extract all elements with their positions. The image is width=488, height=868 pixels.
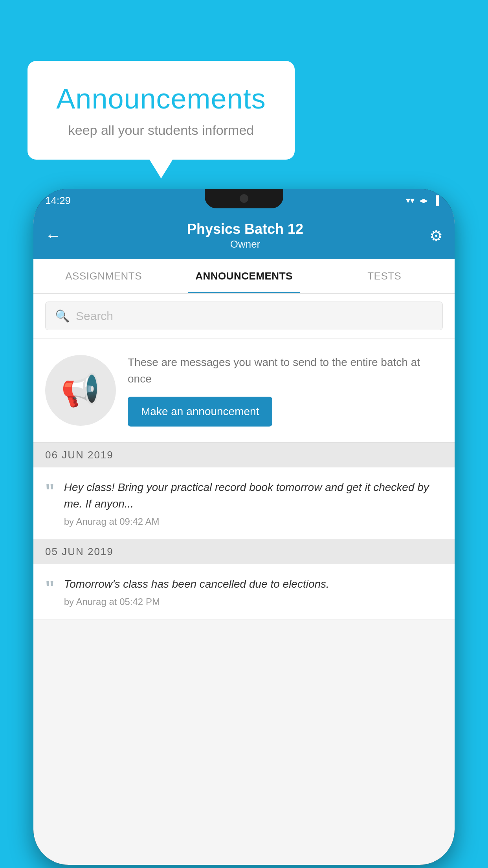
phone-container: 14:29 ▾▾ ◂▸ ▐ ← Physics Batch 12 Owner ⚙… (33, 189, 455, 865)
settings-gear-icon[interactable]: ⚙ (429, 227, 443, 245)
search-container: 🔍 Search (33, 294, 455, 338)
announcement-content-2: Tomorrow's class has been cancelled due … (64, 576, 443, 607)
phone-frame: 14:29 ▾▾ ◂▸ ▐ ← Physics Batch 12 Owner ⚙… (33, 189, 455, 865)
announcement-content-1: Hey class! Bring your practical record b… (64, 479, 443, 527)
announcement-text-1: Hey class! Bring your practical record b… (64, 479, 443, 512)
announcement-text-2: Tomorrow's class has been cancelled due … (64, 576, 443, 592)
make-announcement-button[interactable]: Make an announcement (128, 397, 272, 427)
megaphone-circle: 📢 (45, 355, 116, 426)
status-time: 14:29 (45, 195, 71, 207)
front-camera (240, 194, 248, 203)
screen: ← Physics Batch 12 Owner ⚙ ASSIGNMENTS A… (33, 212, 455, 865)
date-header-2: 05 JUN 2019 (33, 539, 455, 564)
speech-bubble: Announcements keep all your students inf… (28, 61, 295, 160)
header-title-group: Physics Batch 12 Owner (187, 221, 303, 250)
status-icons: ▾▾ ◂▸ ▐ (406, 195, 439, 206)
back-button[interactable]: ← (45, 227, 61, 245)
cta-right: These are messages you want to send to t… (128, 354, 443, 427)
date-header-1: 06 JUN 2019 (33, 443, 455, 467)
cta-description: These are messages you want to send to t… (128, 354, 443, 387)
tab-tests[interactable]: TESTS (314, 259, 455, 293)
owner-label: Owner (187, 238, 303, 250)
bubble-title: Announcements (51, 83, 271, 115)
app-header: ← Physics Batch 12 Owner ⚙ (33, 212, 455, 259)
speech-bubble-container: Announcements keep all your students inf… (28, 61, 295, 160)
cta-section: 📢 These are messages you want to send to… (33, 338, 455, 443)
tabs-bar: ASSIGNMENTS ANNOUNCEMENTS TESTS (33, 259, 455, 294)
announcement-meta-2: by Anurag at 05:42 PM (64, 596, 443, 607)
signal-icon: ◂▸ (419, 195, 428, 206)
tab-announcements[interactable]: ANNOUNCEMENTS (174, 259, 314, 293)
announcement-item-1: " Hey class! Bring your practical record… (33, 467, 455, 539)
battery-icon: ▐ (433, 195, 439, 206)
batch-title: Physics Batch 12 (187, 221, 303, 237)
wifi-icon: ▾▾ (406, 195, 415, 206)
quote-icon-2: " (45, 578, 55, 598)
tab-assignments[interactable]: ASSIGNMENTS (33, 259, 174, 293)
quote-icon-1: " (45, 482, 55, 501)
search-input[interactable]: Search (76, 309, 113, 323)
phone-notch (205, 189, 283, 208)
announcement-meta-1: by Anurag at 09:42 AM (64, 516, 443, 527)
search-icon: 🔍 (55, 309, 70, 323)
megaphone-icon: 📢 (61, 372, 100, 409)
bubble-subtitle: keep all your students informed (51, 123, 271, 138)
announcement-item-2: " Tomorrow's class has been cancelled du… (33, 564, 455, 620)
search-bar[interactable]: 🔍 Search (45, 302, 443, 330)
